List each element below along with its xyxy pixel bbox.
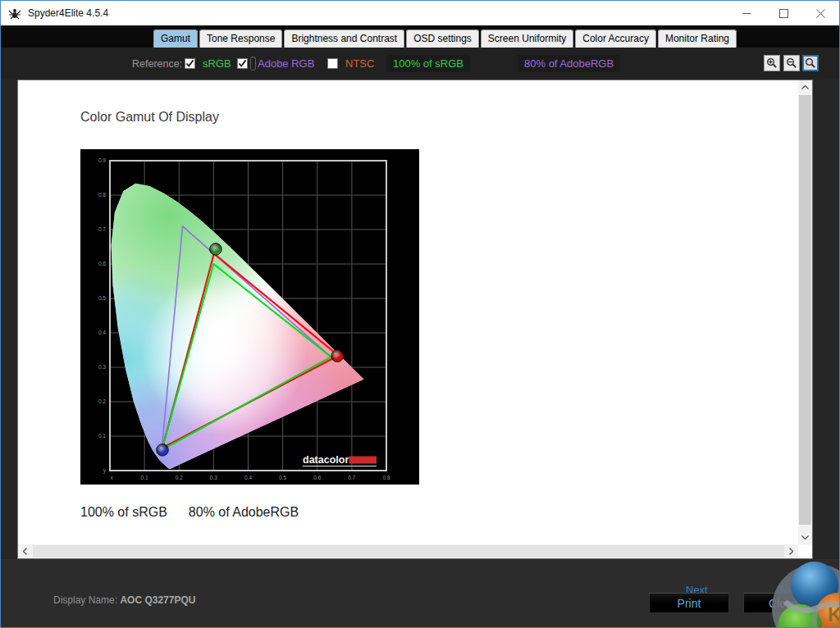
coverage-results: 100% of sRGB 80% of AdobeRGB xyxy=(80,505,299,520)
scrollbar-corner xyxy=(798,544,812,558)
checkbox-srgb[interactable]: sRGB xyxy=(185,48,231,80)
vertical-scrollbar[interactable] xyxy=(798,80,812,544)
svg-text:0.4: 0.4 xyxy=(244,475,252,480)
tab-monitor-rating[interactable]: Monitor Rating xyxy=(658,30,737,48)
print-button[interactable]: Print xyxy=(649,593,729,613)
zoom-in-icon xyxy=(766,57,778,69)
svg-text:0.3: 0.3 xyxy=(210,475,217,480)
svg-text:0.2: 0.2 xyxy=(98,398,106,404)
tab-osd-settings[interactable]: OSD settings xyxy=(406,30,479,48)
adobergb-result: 80% of AdobeRGB xyxy=(189,505,299,520)
display-name-value: AOC Q3277PQU xyxy=(120,594,195,606)
zoom-in-button[interactable] xyxy=(764,55,780,71)
svg-text:0.5: 0.5 xyxy=(279,475,286,480)
adobe-rgb-checkbox-box[interactable] xyxy=(237,58,248,69)
ntsc-checkbox-label: NTSC xyxy=(345,57,374,70)
svg-text:0.9: 0.9 xyxy=(98,157,106,163)
footer-bar: Display Name: AOC Q3277PQU Next Next Pri… xyxy=(1,559,839,627)
chart-title: Color Gamut Of Display xyxy=(80,110,219,125)
adobergb-coverage-summary: 80% of AdobeRGB xyxy=(518,48,620,80)
tab-strip: Gamut Tone Response Brightness and Contr… xyxy=(1,25,839,48)
zoom-out-button[interactable] xyxy=(783,55,800,71)
svg-text:0.6: 0.6 xyxy=(313,475,321,480)
marker-red-primary xyxy=(331,350,344,362)
window-title: Spyder4Elite 4.5.4 xyxy=(28,7,108,19)
scroll-left-button[interactable] xyxy=(18,544,32,558)
kitguru-watermark-logo: KG xyxy=(769,561,840,628)
ntsc-checkbox-box[interactable] xyxy=(327,58,338,69)
horizontal-scrollbar[interactable] xyxy=(18,544,798,558)
reference-toolbar: Reference: sRGB Adobe RGB NTSC 100% of s… xyxy=(1,48,839,80)
display-name: Display Name: AOC Q3277PQU xyxy=(53,594,195,606)
svg-text:0.5: 0.5 xyxy=(98,295,106,301)
close-button[interactable] xyxy=(802,1,839,25)
srgb-checkbox-label: sRGB xyxy=(203,57,231,70)
srgb-checkbox-box[interactable] xyxy=(185,58,195,69)
adobe-rgb-checkbox-label: Adobe RGB xyxy=(258,57,314,70)
tab-tone-response[interactable]: Tone Response xyxy=(199,30,282,48)
svg-text:0.1: 0.1 xyxy=(98,433,106,439)
gamut-chart: 0.10.20.30.40.50.60.70.80.10.20.30.40.50… xyxy=(80,149,419,485)
zoom-out-icon xyxy=(786,57,797,69)
svg-text:0.4: 0.4 xyxy=(98,330,106,335)
tab-screen-uniformity[interactable]: Screen Uniformity xyxy=(481,30,573,48)
checkbox-ntsc[interactable]: NTSC xyxy=(327,48,374,80)
reference-label: Reference: xyxy=(132,48,182,80)
marker-blue-primary xyxy=(157,444,169,457)
srgb-coverage-summary: 100% of sRGB xyxy=(386,48,470,80)
magnifier-icon xyxy=(805,57,816,69)
svg-text:0.1: 0.1 xyxy=(141,475,148,480)
tab-gamut[interactable]: Gamut xyxy=(153,30,198,48)
minimize-button[interactable] xyxy=(728,1,765,25)
svg-text:0.2: 0.2 xyxy=(176,475,183,480)
horizontal-scroll-thumb[interactable] xyxy=(33,545,796,557)
svg-text:0.8: 0.8 xyxy=(98,192,106,198)
app-window: Spyder4Elite 4.5.4 Gamut Tone Response B… xyxy=(0,0,840,628)
svg-text:0.8: 0.8 xyxy=(382,475,390,480)
focus-indicator xyxy=(250,57,256,71)
spyder-app-icon xyxy=(7,6,22,20)
title-bar: Spyder4Elite 4.5.4 xyxy=(1,1,839,25)
zoom-select-button[interactable] xyxy=(802,55,819,71)
tab-brightness-and-contrast[interactable]: Brightness and Contrast xyxy=(284,30,404,48)
vertical-scroll-thumb[interactable] xyxy=(799,95,811,525)
svg-text:0.3: 0.3 xyxy=(98,364,106,370)
svg-text:datacolor: datacolor xyxy=(303,454,349,466)
svg-text:0.7: 0.7 xyxy=(348,475,355,480)
marker-green-primary xyxy=(210,243,222,256)
svg-text:KG: KG xyxy=(828,603,840,626)
tab-color-accuracy[interactable]: Color Accuracy xyxy=(575,30,656,48)
svg-text:0.6: 0.6 xyxy=(98,261,106,266)
svg-text:0.7: 0.7 xyxy=(98,226,106,232)
srgb-result: 100% of sRGB xyxy=(80,505,167,520)
content-panel: Color Gamut Of Display 0.10.20.30.40.50.… xyxy=(17,80,813,559)
scroll-down-button[interactable] xyxy=(798,530,812,544)
checkbox-adobe-rgb[interactable]: Adobe RGB xyxy=(237,48,314,80)
scroll-up-button[interactable] xyxy=(798,80,812,94)
scroll-right-button[interactable] xyxy=(784,544,798,558)
maximize-button[interactable] xyxy=(765,1,802,25)
